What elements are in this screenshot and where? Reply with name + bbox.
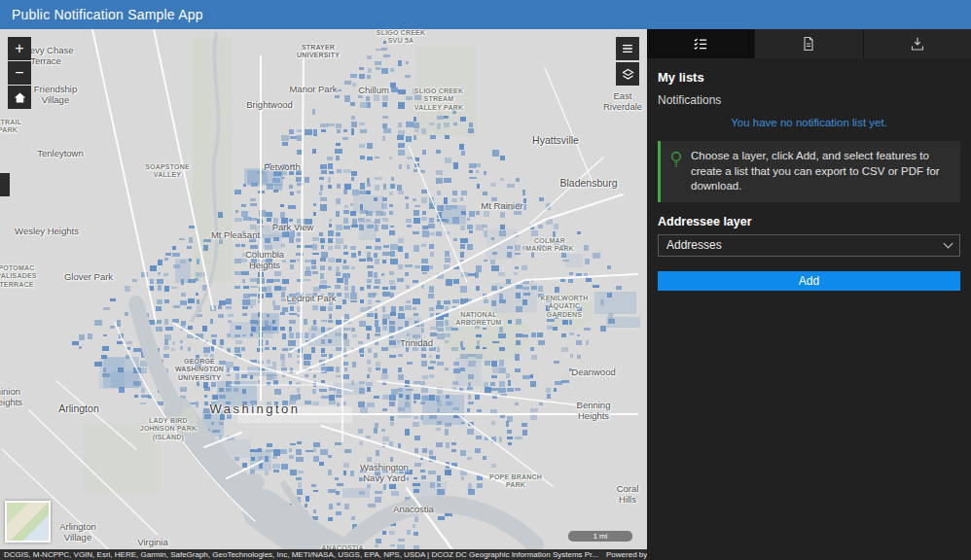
download-icon: [910, 36, 925, 52]
zoom-out-button[interactable]: −: [8, 61, 31, 85]
basemap-toggle[interactable]: [5, 501, 51, 542]
app-title: Public Notification Sample App: [12, 7, 203, 22]
basemap-canvas: [0, 29, 647, 560]
layer-select-value: Addresses: [666, 238, 722, 252]
addressee-layer-label: Addressee layer: [658, 215, 960, 228]
scale-bar: 1 mi: [568, 531, 632, 542]
panel-body: My lists Notifications You have no notif…: [647, 58, 971, 302]
tab-lists[interactable]: [647, 29, 755, 58]
attribution-text: DCGIS, M-NCPPC, VGIN, Esri, HERE, Garmin…: [4, 550, 598, 559]
hint-box: Choose a layer, click Add, and select fe…: [658, 141, 960, 202]
map-top-right-controls: [616, 37, 639, 86]
attribution-bar: DCGIS, M-NCPPC, VGIN, Esri, HERE, Garmin…: [0, 549, 647, 560]
tab-download[interactable]: [864, 29, 971, 58]
layers-icon: [621, 67, 635, 82]
lightbulb-icon: [669, 151, 683, 168]
add-button[interactable]: Add: [658, 271, 960, 291]
hint-text: Choose a layer, click Add, and select fe…: [691, 149, 952, 194]
my-lists-title: My lists: [658, 70, 960, 85]
map-view[interactable]: Chevy Chase TerraceFriendship VillageT T…: [0, 29, 647, 560]
zoom-in-button[interactable]: +: [8, 37, 31, 60]
checklist-icon: [693, 36, 708, 52]
hamburger-icon: [621, 42, 634, 55]
layer-select[interactable]: Addresses: [658, 234, 960, 257]
collapsed-widget-button[interactable]: [0, 173, 10, 196]
home-icon: [13, 90, 27, 105]
app-header: Public Notification Sample App: [0, 0, 971, 29]
notifications-label: Notifications: [658, 93, 960, 107]
side-panel: My lists Notifications You have no notif…: [647, 29, 971, 560]
menu-button[interactable]: [616, 37, 639, 60]
powered-by-esri: Powered by Esri: [598, 550, 647, 559]
panel-tabs: [647, 29, 971, 58]
zoom-control: + −: [8, 37, 31, 85]
home-button[interactable]: [8, 86, 31, 109]
app-root: Public Notification Sample App Chevy Cha…: [0, 0, 971, 560]
scale-bar-label: 1 mi: [593, 532, 607, 541]
chevron-down-icon: [944, 238, 953, 248]
layers-button[interactable]: [616, 62, 639, 86]
file-icon: [801, 36, 816, 52]
empty-list-message: You have no notification list yet.: [658, 117, 960, 128]
tab-report[interactable]: [755, 29, 863, 58]
